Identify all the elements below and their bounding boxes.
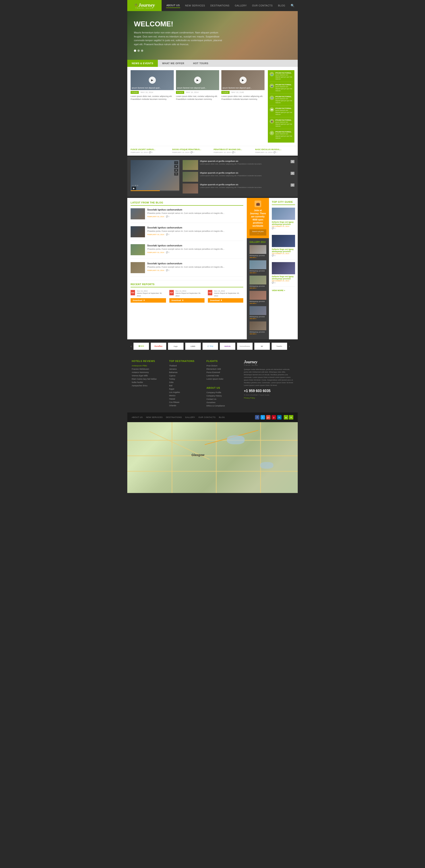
download-button-1[interactable]: Download ⬇: [130, 298, 166, 303]
bottom-nav-about[interactable]: ABOUT US: [132, 416, 143, 418]
nav-item-gallery[interactable]: GALLERY: [235, 3, 247, 8]
hero-dot-1[interactable]: [134, 50, 136, 52]
video-icon-3[interactable]: ⊕: [174, 169, 178, 172]
report-date-3: Nov 14, 2013: [214, 290, 243, 292]
footer-about-link-3[interactable]: Contact Us: [207, 398, 240, 400]
video-info-3: Olypian quarrels et gorilla congolium si…: [200, 184, 262, 189]
logo[interactable]: 🌴 Journey TRAVEL GUIDE: [127, 0, 161, 11]
footer-flight-4[interactable]: Loremed Ante: [207, 375, 240, 377]
video-icon-4[interactable]: ↻: [174, 173, 178, 176]
view-more-button[interactable]: VIEW MORE »: [272, 289, 295, 291]
footer-privacy-link[interactable]: Privacy Policy: [244, 397, 255, 399]
video-item-1: Olypian quarrels et gorilla congolium si…: [183, 160, 295, 170]
video-icon-2[interactable]: ★: [174, 165, 178, 168]
nav-item-about[interactable]: ABOUT US: [166, 3, 180, 8]
jobs-search-button[interactable]: Search all jobs →: [249, 229, 266, 236]
download-button-3[interactable]: Download ⬇: [208, 298, 243, 303]
linkedin-icon[interactable]: in: [277, 415, 281, 420]
twitter-icon[interactable]: t: [261, 415, 265, 420]
footer-hotel-link-1[interactable]: Amterpcom Plittic: [132, 365, 165, 367]
nav-item-destinations[interactable]: DESTINATIONS: [210, 3, 230, 8]
footer-about-link-2[interactable]: Company History: [207, 395, 240, 397]
blog-title-4[interactable]: Souvlaki ignitus carborundum: [147, 262, 224, 265]
video-item-3: Olypian quarrels et gorilla congolium si…: [183, 184, 295, 193]
footer-dest-link-3[interactable]: Bahamas: [169, 371, 202, 373]
news-tag-1: FUSCE: [130, 91, 139, 94]
nav-item-blog[interactable]: BLOG: [278, 3, 286, 8]
blog-section-title: LATEST FROM THE BLOG: [130, 201, 243, 206]
news-link-title-4[interactable]: NASC IDICULUS MUSDUL...: [255, 148, 295, 151]
play-button-3[interactable]: ▶: [240, 76, 247, 84]
footer-about-link-1[interactable]: Company Profile: [207, 392, 240, 394]
brands-next-button[interactable]: ›: [289, 344, 290, 348]
search-icon[interactable]: 🔍: [291, 4, 295, 7]
footer-about-link-4[interactable]: Ourselves: [207, 401, 240, 404]
blog-title-1[interactable]: Souvlaki ignitus carborundum: [147, 208, 224, 211]
footer-dest-link-4[interactable]: Cyprus: [169, 375, 202, 377]
footer-dest-link-10[interactable]: Mexico: [169, 395, 202, 397]
news-link-title-2[interactable]: SOCIIS ATOQUE PENATIBUS...: [172, 148, 212, 151]
footer-flight-2[interactable]: Elementum Velit: [207, 368, 240, 370]
tab-news-events[interactable]: NEWS & EVENTS: [127, 60, 158, 67]
download-icon-3: ⬇: [220, 299, 222, 302]
bottom-nav-services[interactable]: NEW SERVICES: [146, 416, 163, 418]
tab-what-we-offer[interactable]: WHAT WE OFFER: [158, 60, 189, 67]
bottom-nav-contacts[interactable]: OUR CONTACTS: [198, 416, 215, 418]
footer-dest-link-11[interactable]: Hawaii: [169, 398, 202, 400]
footer-dest-link-6[interactable]: Zulia: [169, 381, 202, 383]
footer-hotel-link-5[interactable]: Elam Carios lacy Nel Mellue: [132, 378, 165, 380]
video-icon-1[interactable]: ♡: [174, 161, 178, 164]
footer-about-link-5[interactable]: Ethics & Compliance: [207, 405, 240, 407]
play-button-2[interactable]: ▶: [194, 76, 201, 84]
nav-item-services[interactable]: NEW SERVICES: [185, 3, 205, 8]
logo-sub: TRAVEL GUIDE: [134, 7, 155, 9]
footer-hotel-link-3[interactable]: Amtarco Nommony: [132, 371, 165, 373]
video-progress-bar[interactable]: [130, 190, 179, 191]
footer-dest-link-5[interactable]: Turkey: [169, 378, 202, 380]
video-play-button[interactable]: ▶: [132, 187, 136, 190]
blog-title-2[interactable]: Souvlaki ignitus carborundum: [147, 226, 224, 229]
news-text-1: Lorem ipsum dolor met, coctetur adipisci…: [130, 95, 174, 100]
footer-flight-5[interactable]: Lorem Ipsum Dolor: [207, 378, 240, 380]
bottom-nav-blog[interactable]: BLOG: [219, 416, 225, 418]
brands-prev-button[interactable]: ‹: [130, 344, 132, 348]
footer-dest-link-9[interactable]: Los Angeles: [169, 391, 202, 393]
footer-hotel-link-4[interactable]: Vremos Eget Millit: [132, 375, 165, 377]
city-name-2[interactable]: Defacto lingo est igpay atinlayarqu prov…: [272, 248, 295, 253]
footer-dest-link-12[interactable]: Cos Rikean: [169, 401, 202, 403]
news-label-3: Ipsum factorei non deposit quid...: [222, 87, 264, 89]
video-thumb-2: [183, 172, 198, 182]
footer-flight-1[interactable]: Prue Dictum: [207, 365, 240, 367]
tab-hot-tours[interactable]: HOT TOURS: [189, 60, 213, 67]
footer-flights-about: FLIGHTS Prue Dictum Elementum Velit Puru…: [207, 360, 240, 408]
bottom-nav-gallery[interactable]: GALLERY: [185, 416, 195, 418]
pinterest-icon[interactable]: p: [272, 415, 276, 420]
footer-dest-link-8[interactable]: Egypt: [169, 388, 202, 390]
scroll-up-button[interactable]: ▲: [284, 415, 288, 420]
download-button-2[interactable]: Download ⬇: [169, 298, 205, 303]
city-name-1[interactable]: Defacto lingo est igpay atinlayarqu prov…: [272, 221, 295, 225]
scroll-down-button[interactable]: ▼: [289, 415, 293, 420]
footer-hotel-link-6[interactable]: Nulla Facilisi: [132, 381, 165, 383]
footer-flight-3[interactable]: Purus Euismod: [207, 371, 240, 373]
footer-dest-link-2[interactable]: Jamaica: [169, 368, 202, 370]
footer-dest-link-7[interactable]: Bali: [169, 384, 202, 387]
hero-dot-3[interactable]: [141, 50, 143, 52]
facebook-icon[interactable]: f: [255, 415, 260, 420]
footer-logo-sub: Travel Guide: [244, 364, 293, 366]
hero-dot-2[interactable]: [138, 50, 140, 52]
news-link-title-1[interactable]: FUSCE USCIPIT VARIUS...: [130, 148, 170, 151]
googleplus-icon[interactable]: g+: [266, 415, 271, 420]
blog-thumb-4: [130, 262, 145, 273]
city-name-3[interactable]: Defacto lingo est igpay atinlayarqu prov…: [272, 275, 295, 280]
nav-item-contacts[interactable]: OUR CONTACTS: [252, 3, 273, 8]
bottom-nav-destinations[interactable]: DESTINATIONS: [166, 416, 182, 418]
footer-hotel-link-7[interactable]: Aarepachec Ericu: [132, 384, 165, 387]
blog-title-3[interactable]: Souvlaki ignitus carborundum: [147, 244, 224, 247]
play-button-1[interactable]: ▶: [149, 76, 156, 84]
news-link-title-3[interactable]: PENATIBUS ET MAGNIS DIS...: [214, 148, 253, 151]
blog-date-1: FEBRUARY 03, 2014: [147, 216, 164, 218]
footer-dest-link-13[interactable]: Orlando: [169, 404, 202, 407]
footer-hotel-link-2[interactable]: Fracess Welsbusen: [132, 368, 165, 370]
footer-dest-link-1[interactable]: Thailand: [169, 365, 202, 367]
